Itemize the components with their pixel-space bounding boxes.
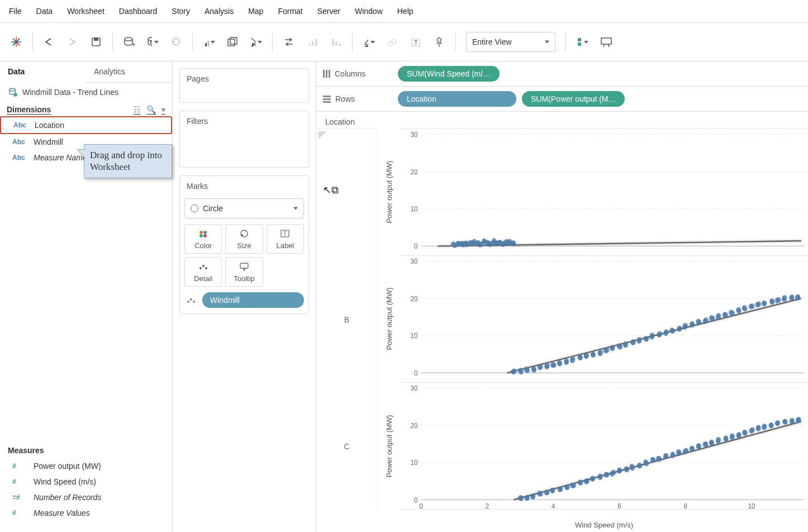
menu-worksheet[interactable]: Worksheet <box>67 7 104 16</box>
rows-pill-1[interactable]: SUM(Power output (M… <box>522 91 625 107</box>
measure-measure-values[interactable]: #Measure Values <box>0 505 172 521</box>
svg-text:10: 10 <box>411 332 418 340</box>
svg-rect-12 <box>208 41 208 46</box>
svg-point-127 <box>538 364 543 370</box>
location-header-2[interactable]: C <box>316 383 378 510</box>
svg-point-224 <box>518 495 523 501</box>
scatter-plot-1[interactable]: 0102030 <box>400 256 808 383</box>
menu-analysis[interactable]: Analysis <box>205 7 234 16</box>
mark-type-select[interactable]: Circle <box>184 198 304 218</box>
tableau-logo-icon[interactable] <box>7 32 26 51</box>
svg-point-260 <box>637 463 642 468</box>
svg-point-191 <box>750 303 755 309</box>
svg-point-276 <box>690 446 695 452</box>
menu-dashboard[interactable]: Dashboard <box>119 7 158 16</box>
new-datasource-icon[interactable]: + <box>120 32 139 51</box>
duplicate-sheet-icon[interactable] <box>223 32 242 51</box>
toolbar: + + T Entire View <box>0 23 808 61</box>
svg-point-43 <box>199 231 203 234</box>
number-type-icon: # <box>12 478 28 486</box>
refresh-icon[interactable] <box>167 32 186 51</box>
drag-cursor-icon: ↖⧉ <box>323 184 339 196</box>
svg-point-226 <box>525 495 530 501</box>
scatter-plot-2[interactable]: 01020300246810 <box>400 383 808 510</box>
svg-rect-26 <box>335 41 338 46</box>
presentation-mode-icon[interactable] <box>596 32 615 51</box>
menu-data[interactable]: Data <box>36 7 53 16</box>
back-icon[interactable] <box>40 32 59 51</box>
datasource-icon <box>8 87 18 97</box>
svg-point-189 <box>743 306 748 312</box>
svg-point-157 <box>636 338 641 344</box>
clear-sheet-icon[interactable] <box>246 32 265 51</box>
svg-text:T: T <box>414 39 418 46</box>
measure-power-output-mw-[interactable]: #Power output (MW) <box>0 458 172 474</box>
show-labels-icon[interactable]: T <box>406 32 425 51</box>
svg-point-193 <box>755 302 760 307</box>
marks-tooltip[interactable]: Tooltip <box>225 257 263 287</box>
svg-rect-38 <box>601 38 611 44</box>
menu-map[interactable]: Map <box>248 7 263 16</box>
save-icon[interactable] <box>87 32 106 51</box>
svg-point-228 <box>530 493 535 499</box>
show-me-icon[interactable] <box>573 32 592 51</box>
tab-analytics[interactable]: Analytics <box>86 61 172 82</box>
menu-story[interactable]: Story <box>172 7 190 16</box>
pin-icon[interactable] <box>430 32 449 51</box>
svg-rect-11 <box>205 43 207 46</box>
svg-point-294 <box>749 428 754 434</box>
field-menu-icon[interactable]: ▾ <box>161 105 165 114</box>
sort-desc-icon[interactable] <box>326 32 345 51</box>
svg-point-284 <box>716 437 721 443</box>
location-header-0[interactable]: ↖⧉ <box>316 129 378 256</box>
svg-text:0: 0 <box>414 496 418 504</box>
detail-pill-windmill[interactable]: Windmill <box>202 292 304 308</box>
menu-format[interactable]: Format <box>278 7 302 16</box>
new-worksheet-icon[interactable]: + <box>199 32 218 51</box>
find-field-icon[interactable]: 🔍 <box>146 105 156 114</box>
menu-file[interactable]: File <box>9 7 22 16</box>
marks-size[interactable]: Size <box>225 224 263 254</box>
svg-point-57 <box>193 301 195 303</box>
menu-window[interactable]: Window <box>355 7 383 16</box>
svg-text:10: 10 <box>411 205 418 213</box>
rows-pill-0[interactable]: Location <box>398 91 516 107</box>
svg-point-264 <box>650 457 655 463</box>
svg-text:2: 2 <box>486 502 489 509</box>
marks-detail[interactable]: Detail <box>184 257 222 287</box>
svg-point-145 <box>598 350 603 355</box>
swap-axes-icon[interactable] <box>279 32 298 51</box>
marks-label[interactable]: TLabel <box>267 224 304 254</box>
svg-point-42 <box>13 93 17 96</box>
measure-number-of-records[interactable]: =#Number of Records <box>0 490 172 505</box>
highlight-icon[interactable] <box>359 32 378 51</box>
pages-shelf[interactable]: Pages <box>179 68 309 103</box>
svg-rect-54 <box>240 263 248 268</box>
rows-shelf[interactable]: Rows LocationSUM(Power output (M… <box>316 87 808 112</box>
svg-text:20: 20 <box>411 421 418 430</box>
datasource-row[interactable]: Windmill Data - Trend Lines <box>0 83 172 101</box>
marks-color[interactable]: Color <box>184 224 222 254</box>
rows-icon <box>323 96 331 103</box>
forward-icon[interactable] <box>63 32 82 51</box>
svg-point-254 <box>617 467 622 473</box>
menu-help[interactable]: Help <box>397 7 413 16</box>
measure-wind-speed-m-s-[interactable]: #Wind Speed (m/s) <box>0 474 172 490</box>
pause-updates-icon[interactable] <box>143 32 162 51</box>
dimension-location[interactable]: AbcLocation <box>0 116 172 134</box>
svg-point-238 <box>565 484 570 490</box>
svg-point-308 <box>796 417 801 422</box>
columns-pill-0[interactable]: SUM(Wind Speed (m/… <box>398 66 500 82</box>
tab-data[interactable]: Data <box>0 61 86 83</box>
columns-shelf[interactable]: Columns SUM(Wind Speed (m/… <box>316 61 808 87</box>
sort-asc-icon[interactable] <box>303 32 322 51</box>
svg-point-119 <box>512 369 517 374</box>
filters-shelf[interactable]: Filters <box>179 111 309 168</box>
menu-server[interactable]: Server <box>317 7 340 16</box>
scatter-plot-0[interactable]: 0102030 <box>400 129 808 256</box>
location-header-1[interactable]: B <box>316 256 378 383</box>
group-icon[interactable] <box>383 32 402 51</box>
view-as-table-icon[interactable]: ☷ <box>134 105 141 114</box>
fit-select[interactable]: Entire View <box>466 32 555 52</box>
svg-point-274 <box>684 448 689 454</box>
